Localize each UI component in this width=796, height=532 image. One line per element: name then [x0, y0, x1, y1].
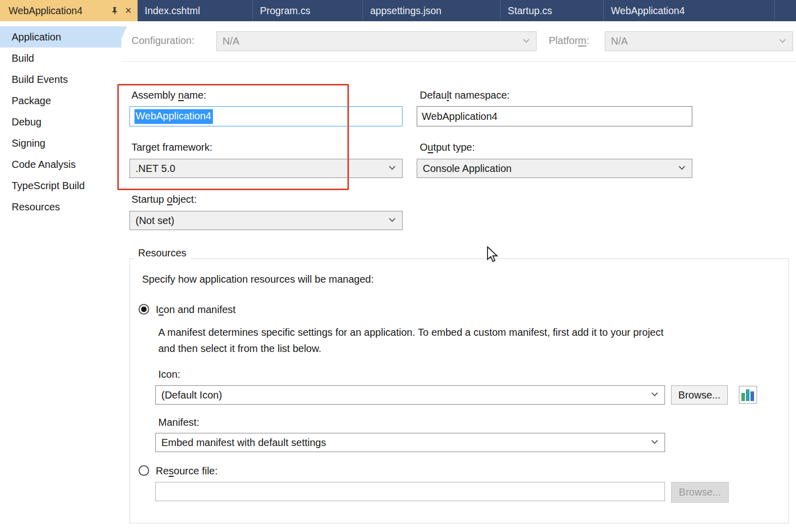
browse-resource-button[interactable]: Browse... — [671, 482, 729, 503]
properties-sidebar: Application Build Build Events Package D… — [0, 21, 121, 532]
startup-object-label: Startup object: — [131, 194, 197, 205]
platform-value: N/A — [611, 35, 628, 47]
assembly-name-input[interactable]: WebApplication4 — [129, 106, 403, 126]
manifest-value: Embed manifest with default settings — [161, 437, 326, 449]
resources-group-title: Resources — [135, 247, 190, 259]
startup-object-value: (Not set) — [136, 215, 174, 227]
pin-icon[interactable] — [111, 7, 119, 15]
tab-label: WebApplication4 — [9, 5, 82, 17]
browse-icon-button[interactable]: Browse... — [671, 385, 728, 405]
target-framework-dropdown[interactable]: .NET 5.0 — [129, 159, 403, 178]
configuration-label: Configuration: — [131, 35, 195, 47]
chevron-down-icon — [389, 163, 395, 170]
default-namespace-input[interactable] — [417, 106, 692, 126]
icon-dropdown[interactable]: (Default Icon) — [155, 385, 665, 405]
assembly-name-label: Assembly name: — [131, 90, 206, 101]
icon-preview-image[interactable] — [739, 386, 758, 404]
close-icon[interactable]: × — [125, 5, 131, 16]
output-type-dropdown[interactable]: Console Application — [417, 159, 692, 178]
resource-file-label[interactable]: Resource file: — [156, 465, 217, 477]
tab-appsettings-json[interactable]: appsettings.json — [363, 0, 501, 21]
sidebar-item-application[interactable]: Application — [0, 26, 121, 48]
sidebar-item-code-analysis[interactable]: Code Analysis — [0, 154, 121, 175]
tab-startup-cs[interactable]: Startup.cs — [501, 0, 604, 21]
tab-program-cs[interactable]: Program.cs — [253, 0, 363, 21]
chevron-down-icon — [779, 36, 786, 43]
target-framework-label: Target framework: — [131, 142, 212, 153]
selected-text: WebApplication4 — [135, 109, 213, 124]
configuration-dropdown[interactable]: N/A — [216, 31, 537, 51]
sidebar-item-signing[interactable]: Signing — [0, 132, 121, 154]
icon-and-manifest-radio[interactable] — [139, 304, 149, 315]
platform-dropdown[interactable]: N/A — [605, 31, 793, 51]
vs-project-properties-window: WebApplication4 × Index.cshtml Program.c… — [0, 0, 796, 532]
manifest-dropdown[interactable]: Embed manifest with default settings — [155, 433, 665, 452]
target-framework-value: .NET 5.0 — [136, 163, 175, 174]
document-tab-bar: WebApplication4 × Index.cshtml Program.c… — [0, 0, 796, 21]
chevron-down-icon — [389, 215, 395, 222]
manifest-help-text: A manifest determines specific settings … — [158, 324, 669, 357]
sidebar-item-debug[interactable]: Debug — [0, 111, 121, 132]
resource-file-input[interactable] — [155, 482, 665, 501]
tab-webapplication4[interactable]: WebApplication4 — [604, 0, 775, 21]
resources-intro-text: Specify how application resources will b… — [142, 274, 374, 285]
configuration-value: N/A — [223, 35, 239, 47]
manifest-label: Manifest: — [158, 417, 199, 428]
output-type-value: Console Application — [423, 163, 512, 174]
chevron-down-icon — [651, 390, 658, 396]
sidebar-item-build[interactable]: Build — [0, 48, 121, 69]
sidebar-item-package[interactable]: Package — [0, 90, 121, 111]
tab-index-cshtml[interactable]: Index.cshtml — [138, 0, 253, 21]
icon-value: (Default Icon) — [161, 389, 222, 401]
default-namespace-label: Default namespace: — [420, 90, 510, 101]
sidebar-item-typescript-build[interactable]: TypeScript Build — [0, 175, 121, 196]
tab-webapplication4-properties[interactable]: WebApplication4 × — [0, 0, 138, 21]
platform-label: Platform: — [549, 35, 589, 47]
chevron-down-icon — [679, 163, 685, 170]
startup-object-dropdown[interactable]: (Not set) — [129, 211, 403, 230]
config-row-separator — [121, 61, 796, 62]
icon-label: Icon: — [158, 369, 180, 380]
sidebar-item-resources[interactable]: Resources — [0, 196, 121, 217]
icon-and-manifest-label[interactable]: Icon and manifest — [156, 304, 236, 316]
chevron-down-icon — [651, 437, 658, 444]
resource-file-radio[interactable] — [139, 465, 149, 476]
output-type-label: Output type: — [420, 142, 475, 153]
sidebar-item-build-events[interactable]: Build Events — [0, 69, 121, 90]
chevron-down-icon — [523, 36, 529, 43]
